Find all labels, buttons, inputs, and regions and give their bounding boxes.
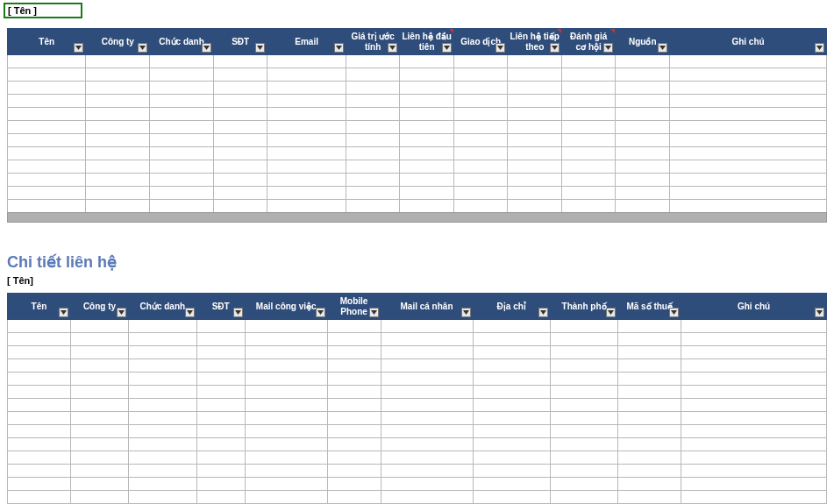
cell[interactable] bbox=[453, 55, 508, 68]
cell[interactable] bbox=[681, 465, 827, 478]
cell[interactable] bbox=[453, 160, 508, 174]
cell[interactable] bbox=[267, 95, 346, 108]
cell[interactable] bbox=[150, 147, 214, 160]
cell[interactable] bbox=[70, 465, 128, 478]
cell[interactable] bbox=[150, 174, 214, 187]
cell[interactable] bbox=[453, 108, 508, 121]
cell[interactable] bbox=[616, 95, 670, 108]
cell[interactable] bbox=[8, 95, 86, 108]
cell[interactable] bbox=[550, 465, 617, 478]
filter-dropdown-icon[interactable] bbox=[255, 43, 265, 53]
cell[interactable] bbox=[400, 68, 454, 82]
cell[interactable] bbox=[681, 373, 827, 386]
cell[interactable] bbox=[129, 465, 196, 478]
filter-dropdown-icon[interactable] bbox=[185, 308, 195, 317]
cell[interactable] bbox=[616, 160, 670, 174]
column-header[interactable]: Ghi chú bbox=[669, 29, 826, 55]
filter-dropdown-icon[interactable] bbox=[550, 43, 560, 53]
cell[interactable] bbox=[86, 121, 150, 134]
cell[interactable] bbox=[681, 346, 827, 359]
filter-dropdown-icon[interactable] bbox=[316, 308, 325, 317]
cell[interactable] bbox=[8, 55, 86, 68]
cell[interactable] bbox=[561, 82, 616, 95]
cell[interactable] bbox=[618, 373, 681, 386]
cell[interactable] bbox=[550, 491, 617, 504]
cell[interactable] bbox=[453, 147, 508, 160]
cell[interactable] bbox=[346, 68, 400, 82]
cell[interactable] bbox=[618, 359, 681, 373]
cell[interactable] bbox=[550, 412, 617, 425]
cell[interactable] bbox=[267, 82, 346, 95]
cell[interactable] bbox=[327, 438, 381, 451]
cell[interactable] bbox=[381, 399, 473, 412]
cell[interactable] bbox=[616, 82, 670, 95]
cell[interactable] bbox=[473, 346, 550, 359]
active-cell[interactable]: [ Tên ] bbox=[4, 3, 82, 18]
cell[interactable] bbox=[213, 200, 267, 213]
cell[interactable] bbox=[327, 346, 381, 359]
cell[interactable] bbox=[346, 187, 400, 200]
cell[interactable] bbox=[70, 386, 128, 399]
cell[interactable] bbox=[70, 346, 128, 359]
cell[interactable] bbox=[213, 134, 267, 147]
cell[interactable] bbox=[473, 465, 550, 478]
cell[interactable] bbox=[70, 373, 128, 386]
cell[interactable] bbox=[381, 346, 473, 359]
cell[interactable] bbox=[669, 95, 826, 108]
cell[interactable] bbox=[129, 451, 196, 465]
cell[interactable] bbox=[86, 68, 150, 82]
cell[interactable] bbox=[150, 160, 214, 174]
cell[interactable] bbox=[8, 200, 86, 213]
filter-dropdown-icon[interactable] bbox=[495, 43, 505, 53]
cell[interactable] bbox=[196, 320, 245, 333]
cell[interactable] bbox=[129, 386, 196, 399]
cell[interactable] bbox=[213, 147, 267, 160]
cell[interactable] bbox=[196, 478, 245, 491]
cell[interactable] bbox=[86, 134, 150, 147]
cell[interactable] bbox=[453, 68, 508, 82]
column-header[interactable]: Email bbox=[267, 29, 346, 55]
cell[interactable] bbox=[616, 200, 670, 213]
cell[interactable] bbox=[196, 425, 245, 438]
cell[interactable] bbox=[86, 147, 150, 160]
cell[interactable] bbox=[669, 55, 826, 68]
cell[interactable] bbox=[327, 412, 381, 425]
cell[interactable] bbox=[381, 320, 473, 333]
cell[interactable] bbox=[561, 134, 616, 147]
cell[interactable] bbox=[129, 478, 196, 491]
cell[interactable] bbox=[473, 373, 550, 386]
cell[interactable] bbox=[681, 399, 827, 412]
cell[interactable] bbox=[669, 121, 826, 134]
cell[interactable] bbox=[508, 174, 562, 187]
cell[interactable] bbox=[8, 359, 71, 373]
cell[interactable] bbox=[245, 465, 327, 478]
filter-dropdown-icon[interactable] bbox=[334, 43, 344, 53]
cell[interactable] bbox=[550, 425, 617, 438]
cell[interactable] bbox=[453, 82, 508, 95]
cell[interactable] bbox=[86, 174, 150, 187]
filter-dropdown-icon[interactable] bbox=[669, 308, 679, 317]
filter-dropdown-icon[interactable] bbox=[369, 308, 379, 317]
cell[interactable] bbox=[150, 82, 214, 95]
cell[interactable] bbox=[681, 491, 827, 504]
cell[interactable] bbox=[561, 160, 616, 174]
cell[interactable] bbox=[561, 68, 616, 82]
cell[interactable] bbox=[327, 451, 381, 465]
cell[interactable] bbox=[70, 451, 128, 465]
column-header[interactable]: Mã số thuế bbox=[618, 294, 681, 320]
cell[interactable] bbox=[400, 134, 454, 147]
cell[interactable] bbox=[400, 147, 454, 160]
cell[interactable] bbox=[381, 373, 473, 386]
cell[interactable] bbox=[616, 68, 670, 82]
cell[interactable] bbox=[381, 478, 473, 491]
cell[interactable] bbox=[213, 174, 267, 187]
cell[interactable] bbox=[129, 333, 196, 346]
cell[interactable] bbox=[327, 386, 381, 399]
cell[interactable] bbox=[245, 412, 327, 425]
cell[interactable] bbox=[86, 108, 150, 121]
cell[interactable] bbox=[381, 465, 473, 478]
cell[interactable] bbox=[267, 147, 346, 160]
cell[interactable] bbox=[8, 187, 86, 200]
cell[interactable] bbox=[508, 187, 562, 200]
cell[interactable] bbox=[508, 160, 562, 174]
